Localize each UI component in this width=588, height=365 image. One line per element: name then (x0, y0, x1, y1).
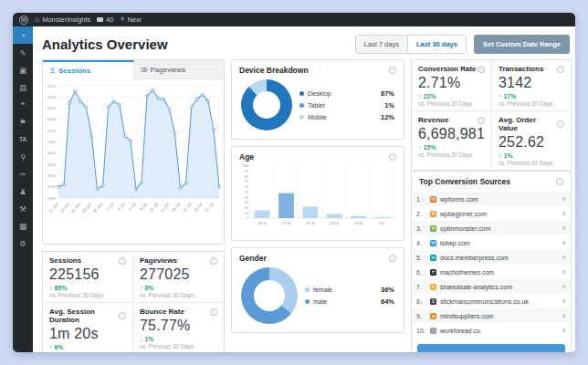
stat-label: Pageviews (140, 256, 177, 265)
chevron-down-icon[interactable]: ∨ (562, 210, 566, 217)
svg-text:24 Jun: 24 Jun (58, 202, 70, 214)
sidebar-item-tools[interactable]: ⚒ (13, 200, 33, 217)
info-icon[interactable]: i (119, 257, 126, 265)
source-domain: machothemes.com (440, 269, 558, 276)
legend-dot-icon (299, 103, 304, 108)
sidebar-item-ta-plugin[interactable]: TA (13, 130, 33, 148)
sidebar-item-users[interactable]: ♟ (13, 182, 33, 200)
chevron-down-icon[interactable]: ∨ (562, 297, 566, 305)
chevron-down-icon[interactable]: ∨ (562, 268, 566, 276)
source-row[interactable]: 10.○workforead.co∨ (412, 323, 571, 338)
svg-text:28 Jun: 28 Jun (81, 202, 93, 214)
chevron-down-icon[interactable]: ∨ (562, 312, 566, 319)
source-domain: isitwp.com (440, 240, 558, 246)
favicon-icon: W (430, 196, 436, 203)
last-30-days-button[interactable]: Last 30 days (407, 36, 466, 53)
sidebar-item-monsterinsights[interactable]: ◔ (13, 26, 33, 44)
admin-bar-new[interactable]: + New (120, 13, 141, 26)
source-row[interactable]: 3.Moptinmonster.com∨ (412, 221, 571, 235)
sidebar-item-options[interactable]: ⚙ (13, 235, 33, 252)
chevron-down-icon[interactable]: ∨ (562, 283, 566, 290)
tab-sessions[interactable]: Sessions (43, 60, 134, 79)
source-row[interactable]: 1.Wwpforms.com∨ (412, 192, 571, 206)
legend-label: female (313, 287, 373, 293)
ecommerce-stats-grid: Conversion Ratei2.71%↑ 22%vs. Previous 3… (411, 59, 572, 171)
svg-text:0: 0 (247, 216, 248, 220)
stat-delta: ↑ 8% (140, 285, 217, 291)
source-row[interactable]: 4.Wisitwp.com∨ (412, 235, 571, 250)
stat-value: 1m 20s (49, 326, 126, 342)
info-icon[interactable]: i (478, 117, 485, 124)
source-rank: 7. (416, 284, 426, 290)
favicon-icon: S (430, 298, 436, 305)
legend-item: Mobile12% (299, 113, 394, 121)
info-icon[interactable]: i (389, 153, 396, 161)
legend-label: Tablet (308, 102, 373, 109)
ecommerce-stat-card: Avg. Order Valuei252.62↑ 1%vs. Previous … (492, 111, 571, 170)
chevron-down-icon[interactable]: ∨ (562, 239, 566, 246)
stat-value: 3142 (499, 75, 564, 91)
svg-text:100: 100 (243, 164, 248, 168)
stat-value: 6,698,981 (418, 126, 485, 142)
stat-label: Sessions (49, 256, 81, 265)
sidebar-item-posts[interactable]: ✎ (13, 44, 33, 61)
source-row[interactable]: 7.★shareasale-analytics.com∨ (412, 279, 571, 294)
info-icon[interactable]: i (210, 308, 217, 316)
svg-text:30: 30 (245, 201, 248, 204)
sidebar-item-settings[interactable]: ▦ (13, 217, 33, 235)
favicon-icon: ● (430, 313, 436, 319)
last-7-days-button[interactable]: Last 7 days (356, 36, 407, 53)
device-legend: Desktop87%Tablet1%Mobile12% (299, 86, 394, 125)
tab-pageviews[interactable]: Pageviews (134, 60, 225, 79)
sidebar-item-comments[interactable]: ❝ (13, 96, 33, 113)
sidebar-item-media[interactable]: ▣ (13, 61, 33, 78)
source-domain: optinmonster.com (440, 225, 558, 232)
info-icon[interactable]: i (389, 67, 396, 74)
info-icon[interactable]: i (119, 312, 126, 319)
stat-value: 252.62 (499, 134, 564, 151)
favicon-icon: B (430, 211, 436, 217)
chevron-down-icon[interactable]: ∨ (562, 224, 566, 232)
sidebar-item-appearance[interactable]: ✑ (13, 165, 33, 182)
sidebar-item-pages[interactable]: ▤ (13, 78, 33, 96)
source-row[interactable]: 5.mdocs.memberpress.com∨ (412, 250, 571, 265)
sidebar-item-plugins[interactable]: ⚲ (13, 148, 33, 165)
svg-text:18 Jul: 18 Jul (193, 202, 204, 213)
source-row[interactable]: 9.●mindsuppliers.com∨ (412, 308, 571, 323)
wordpress-logo-icon[interactable]: W (19, 16, 28, 25)
info-icon[interactable]: i (556, 178, 563, 185)
source-row[interactable]: 8.Sstickmancommunications.co.uk∨ (412, 294, 571, 308)
stat-label: Transactions (499, 65, 543, 73)
chevron-down-icon[interactable]: ∨ (562, 254, 566, 261)
ecommerce-stat-card: Revenuei6,698,981↑ 15%vs. Previous 30 Da… (412, 111, 492, 170)
svg-text:16 Jul: 16 Jul (182, 202, 193, 213)
svg-text:6500: 6500 (47, 106, 56, 110)
stat-value: 75.77% (140, 318, 217, 334)
stat-delta: ↓ 1% (140, 336, 217, 342)
info-icon[interactable]: i (557, 120, 564, 128)
source-domain: docs.memberpress.com (440, 255, 558, 261)
admin-bar-comments[interactable]: 40 (97, 13, 113, 26)
age-panel: Age i 010203040506070809010018-2425-3435… (231, 146, 404, 241)
view-sources-report-button[interactable]: View Top Conversions Sources Report (417, 344, 565, 352)
source-domain: mindsuppliers.com (440, 313, 558, 319)
info-icon[interactable]: i (478, 66, 485, 73)
sidebar-item-feedback[interactable]: ⚑ (13, 113, 33, 130)
legend-item: Desktop87% (299, 89, 394, 98)
info-icon[interactable]: i (557, 66, 564, 73)
source-domain: wpbeginner.com (440, 211, 558, 217)
info-icon[interactable]: i (389, 255, 396, 262)
svg-text:4 Jul: 4 Jul (117, 202, 126, 211)
svg-text:35-44: 35-44 (306, 222, 315, 225)
source-row[interactable]: 2.Bwpbeginner.com∨ (412, 206, 571, 221)
chevron-down-icon[interactable]: ∨ (562, 327, 566, 334)
device-donut-chart (241, 79, 292, 130)
overview-stats-grid: Sessionsi225156↑ 85%vs. Previous 30 Days… (42, 251, 225, 352)
set-custom-date-range-button[interactable]: Set Custom Date Range (474, 35, 570, 54)
chevron-down-icon[interactable]: ∨ (562, 195, 566, 203)
source-row[interactable]: 6.Hmachothemes.com∨ (412, 265, 571, 279)
info-icon[interactable]: i (210, 257, 217, 265)
admin-bar-site-link[interactable]: ⌂ MonsterInsights (35, 13, 90, 26)
traffic-chart-panel: Sessions Pageviews 250030003500400045005… (42, 59, 225, 245)
source-domain: shareasale-analytics.com (440, 284, 558, 290)
